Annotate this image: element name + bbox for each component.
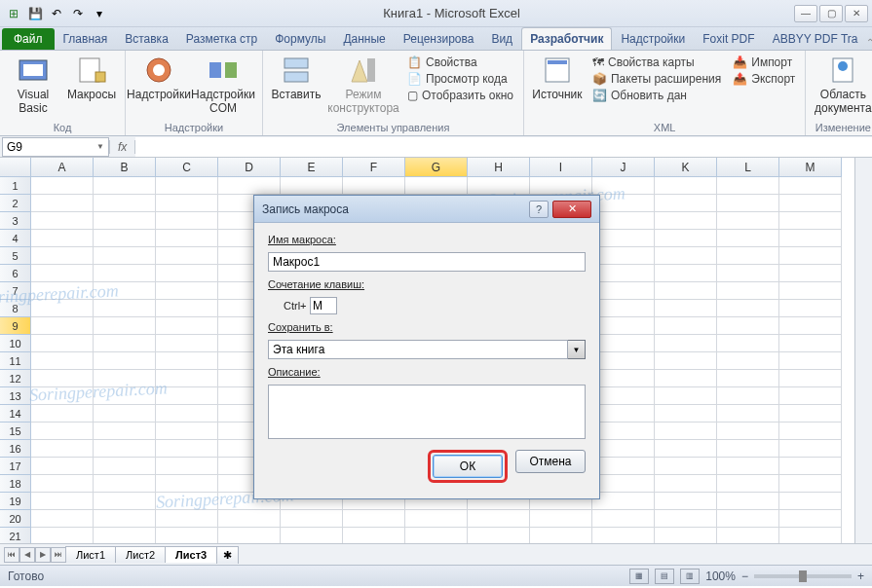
cell[interactable] xyxy=(31,335,94,352)
cell[interactable] xyxy=(94,475,156,493)
column-header[interactable]: G xyxy=(405,158,468,176)
cell[interactable] xyxy=(156,423,218,440)
column-header[interactable]: F xyxy=(343,158,405,176)
cell[interactable] xyxy=(94,440,156,458)
cell[interactable] xyxy=(405,510,468,528)
cell[interactable] xyxy=(156,370,218,387)
cell[interactable] xyxy=(468,528,530,543)
cell[interactable] xyxy=(592,405,655,423)
row-header[interactable]: 6 xyxy=(0,265,31,282)
insert-control-button[interactable]: Вставить xyxy=(269,53,323,103)
cell[interactable] xyxy=(779,510,842,528)
new-sheet-button[interactable]: ✱ xyxy=(216,546,239,564)
run-dialog-button[interactable]: ▢Отобразить окно xyxy=(403,88,517,103)
cell[interactable] xyxy=(31,212,94,230)
zoom-slider[interactable] xyxy=(754,574,852,578)
row-header[interactable]: 17 xyxy=(0,458,31,475)
cell[interactable] xyxy=(779,423,842,440)
macros-button[interactable]: Макросы xyxy=(64,53,119,103)
minimize-button[interactable]: — xyxy=(794,5,817,22)
cell[interactable] xyxy=(31,300,94,317)
view-break-button[interactable]: ▥ xyxy=(680,569,700,584)
column-header[interactable]: B xyxy=(94,158,156,176)
tab-page-layout[interactable]: Разметка стр xyxy=(177,27,266,50)
cell[interactable] xyxy=(655,177,717,195)
cell[interactable] xyxy=(31,387,94,405)
visual-basic-button[interactable]: Visual Basic xyxy=(6,53,60,117)
cell[interactable] xyxy=(717,265,779,282)
cell[interactable] xyxy=(592,282,655,300)
row-header[interactable]: 18 xyxy=(0,475,31,493)
column-header[interactable]: K xyxy=(655,158,717,176)
cell[interactable] xyxy=(717,493,779,510)
cell[interactable] xyxy=(592,370,655,387)
tab-foxit[interactable]: Foxit PDF xyxy=(694,27,763,50)
column-header[interactable]: J xyxy=(592,158,655,176)
cell[interactable] xyxy=(31,493,94,510)
cell[interactable] xyxy=(156,300,218,317)
doc-panel-button[interactable]: Область документа xyxy=(812,53,872,117)
row-header[interactable]: 14 xyxy=(0,405,31,423)
cell[interactable] xyxy=(156,177,218,195)
dialog-help-button[interactable]: ? xyxy=(529,201,549,218)
select-all-corner[interactable] xyxy=(0,158,31,176)
cell[interactable] xyxy=(94,230,156,247)
column-header[interactable]: C xyxy=(156,158,218,176)
macro-name-input[interactable] xyxy=(268,252,586,272)
cell[interactable] xyxy=(156,282,218,300)
cell[interactable] xyxy=(779,247,842,265)
view-layout-button[interactable]: ▤ xyxy=(655,569,674,584)
cell[interactable] xyxy=(779,212,842,230)
cell[interactable] xyxy=(717,247,779,265)
column-header[interactable]: M xyxy=(779,158,842,176)
com-addins-button[interactable]: Надстройки COM xyxy=(190,53,256,117)
map-props-button[interactable]: 🗺Свойства карты xyxy=(588,55,725,70)
cell[interactable] xyxy=(655,528,717,543)
cell[interactable] xyxy=(717,405,779,423)
cell[interactable] xyxy=(592,475,655,493)
cell[interactable] xyxy=(94,510,156,528)
cell[interactable] xyxy=(31,458,94,475)
cell[interactable] xyxy=(779,335,842,352)
refresh-button[interactable]: 🔄Обновить дан xyxy=(588,88,725,103)
column-header[interactable]: D xyxy=(218,158,281,176)
cell[interactable] xyxy=(592,317,655,335)
cell[interactable] xyxy=(94,335,156,352)
row-header[interactable]: 19 xyxy=(0,493,31,510)
cell[interactable] xyxy=(592,510,655,528)
dialog-close-button[interactable]: ✕ xyxy=(552,201,591,218)
cell[interactable] xyxy=(655,510,717,528)
tab-addins[interactable]: Надстройки xyxy=(612,27,694,50)
cell[interactable] xyxy=(156,510,218,528)
cell[interactable] xyxy=(592,423,655,440)
cell[interactable] xyxy=(592,387,655,405)
cell[interactable] xyxy=(655,247,717,265)
cell[interactable] xyxy=(655,352,717,370)
cell[interactable] xyxy=(592,458,655,475)
cell[interactable] xyxy=(31,247,94,265)
cell[interactable] xyxy=(530,510,592,528)
sheet-nav-last[interactable]: ⏭ xyxy=(51,547,66,563)
column-header[interactable]: A xyxy=(31,158,94,176)
row-header[interactable]: 5 xyxy=(0,247,31,265)
cell[interactable] xyxy=(717,177,779,195)
cell[interactable] xyxy=(779,352,842,370)
cell[interactable] xyxy=(94,528,156,543)
row-header[interactable]: 8 xyxy=(0,300,31,317)
cell[interactable] xyxy=(468,177,530,195)
cell[interactable] xyxy=(156,387,218,405)
name-box-dropdown-icon[interactable]: ▼ xyxy=(96,142,104,151)
cell[interactable] xyxy=(31,230,94,247)
row-header[interactable]: 21 xyxy=(0,528,31,543)
cell[interactable] xyxy=(156,335,218,352)
cell[interactable] xyxy=(530,177,592,195)
cell[interactable] xyxy=(405,177,468,195)
cell[interactable] xyxy=(156,195,218,212)
cell[interactable] xyxy=(31,352,94,370)
column-header[interactable]: E xyxy=(281,158,343,176)
cell[interactable] xyxy=(31,423,94,440)
cell[interactable] xyxy=(779,475,842,493)
cell[interactable] xyxy=(655,370,717,387)
cell[interactable] xyxy=(717,230,779,247)
cell[interactable] xyxy=(31,370,94,387)
